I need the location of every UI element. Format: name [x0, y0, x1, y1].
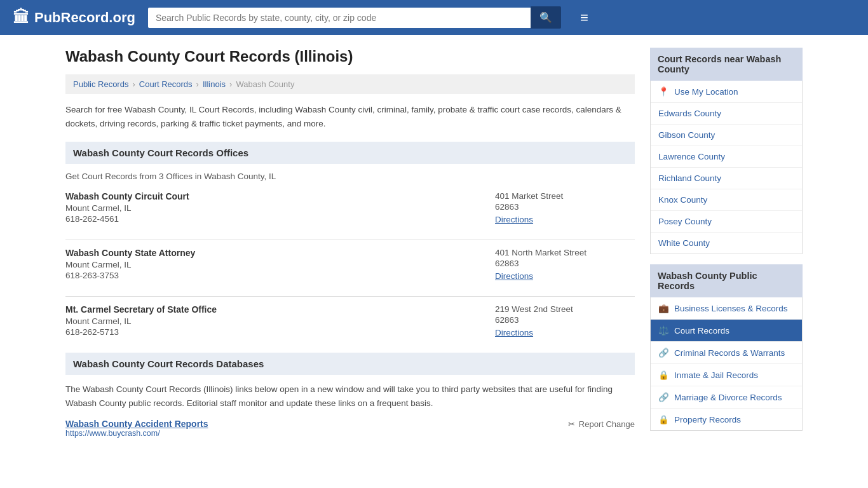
gibson-county-link[interactable]: Gibson County [658, 130, 715, 140]
menu-button[interactable]: ≡ [580, 10, 588, 26]
menu-icon: ≡ [580, 10, 588, 25]
marriage-icon: 🔗 [658, 392, 669, 402]
office-phone-1: 618-262-4561 [65, 214, 495, 224]
office-left-3: Mt. Carmel Secretary of State Office Mou… [65, 304, 495, 337]
breadcrumb-court-records[interactable]: Court Records [139, 79, 193, 89]
search-icon: 🔍 [539, 12, 552, 23]
office-phone-2: 618-263-3753 [65, 271, 495, 280]
sidebar-item-business[interactable]: 💼 Business Licenses & Records [651, 297, 802, 320]
office-entry-2: Wabash County State Attorney Mount Carme… [65, 248, 635, 281]
sidebar-item-property[interactable]: 🔒 Property Records [651, 409, 802, 430]
office-name-1: Wabash County Circuit Court [65, 191, 495, 201]
business-link[interactable]: Business Licenses & Records [674, 304, 788, 313]
offices-sub: Get Court Records from 3 Offices in Waba… [65, 172, 635, 181]
office-entry-1: Wabash County Circuit Court Mount Carmel… [65, 191, 635, 224]
breadcrumb: Public Records › Court Records › Illinoi… [65, 74, 635, 94]
office-city-3: Mount Carmel, IL [65, 316, 495, 326]
divider-1 [65, 240, 635, 240]
public-records-list: 💼 Business Licenses & Records ⚖️ Court R… [650, 297, 803, 431]
sidebar-item-criminal[interactable]: 🔗 Criminal Records & Warrants [651, 342, 802, 364]
search-bar: 🔍 [148, 6, 561, 29]
sidebar-item-court[interactable]: ⚖️ Court Records [651, 320, 802, 342]
divider-2 [65, 296, 635, 297]
db-link-1[interactable]: Wabash County Accident Reports [65, 419, 208, 429]
office-zip-3: 62863 [495, 315, 635, 325]
richland-county-link[interactable]: Richland County [658, 173, 721, 183]
breadcrumb-sep-3: › [229, 79, 232, 89]
db-entry-header-1: Wabash County Accident Reports ✂ Report … [65, 419, 635, 429]
main-container: Wabash County Court Records (Illinois) P… [53, 35, 815, 456]
property-icon: 🔒 [658, 414, 669, 424]
court-label: Court Records [674, 326, 729, 336]
white-county-link[interactable]: White County [658, 238, 710, 248]
search-input[interactable] [148, 8, 531, 28]
office-left-1: Wabash County Circuit Court Mount Carmel… [65, 191, 495, 224]
breadcrumb-sep-1: › [132, 79, 135, 89]
page-title: Wabash County Court Records (Illinois) [65, 48, 635, 65]
knox-county-link[interactable]: Knox County [658, 195, 707, 205]
property-link[interactable]: Property Records [674, 415, 741, 424]
office-name-3: Mt. Carmel Secretary of State Office [65, 304, 495, 315]
location-icon: 📍 [658, 86, 669, 97]
db-url-1: https://www.buycrash.com/ [65, 429, 635, 438]
sidebar-item-marriage[interactable]: 🔗 Marriage & Divorce Records [651, 386, 802, 409]
court-icon: ⚖️ [658, 325, 669, 336]
marriage-link[interactable]: Marriage & Divorce Records [674, 393, 782, 402]
sidebar-county-edwards[interactable]: Edwards County [651, 103, 802, 125]
office-zip-2: 62863 [495, 259, 635, 268]
header: 🏛 PubRecord.org 🔍 ≡ [0, 0, 868, 35]
nearby-list: 📍 Use My Location Edwards County Gibson … [650, 81, 803, 254]
nearby-section-header: Court Records near Wabash County [650, 48, 803, 81]
main-content: Wabash County Court Records (Illinois) P… [65, 48, 635, 443]
breadcrumb-sep-2: › [196, 79, 199, 89]
office-right-1: 401 Market Street 62863 Directions [495, 191, 635, 224]
office-right-2: 401 North Market Street 62863 Directions [495, 248, 635, 281]
page-description: Search for free Wabash County, IL Court … [65, 103, 635, 130]
sidebar-county-richland[interactable]: Richland County [651, 168, 802, 189]
sidebar-county-posey[interactable]: Posey County [651, 211, 802, 233]
report-change-label: Report Change [579, 419, 635, 429]
inmate-icon: 🔒 [658, 370, 669, 380]
directions-link-2[interactable]: Directions [495, 271, 533, 281]
breadcrumb-wabash: Wabash County [236, 79, 294, 89]
office-entry-3: Mt. Carmel Secretary of State Office Mou… [65, 304, 635, 337]
office-zip-1: 62863 [495, 202, 635, 212]
report-icon: ✂ [568, 419, 575, 429]
logo-icon: 🏛 [13, 8, 29, 27]
office-address-3: 219 West 2nd Street [495, 304, 635, 314]
directions-link-1[interactable]: Directions [495, 215, 533, 224]
public-records-section-header: Wabash County Public Records [650, 264, 803, 297]
sidebar-county-gibson[interactable]: Gibson County [651, 125, 802, 146]
office-phone-3: 618-262-5713 [65, 327, 495, 337]
office-left-2: Wabash County State Attorney Mount Carme… [65, 248, 495, 281]
edwards-county-link[interactable]: Edwards County [658, 109, 721, 118]
office-city-1: Mount Carmel, IL [65, 203, 495, 213]
business-icon: 💼 [658, 303, 669, 313]
office-address-1: 401 Market Street [495, 191, 635, 201]
breadcrumb-illinois[interactable]: Illinois [203, 79, 226, 89]
logo-text: PubRecord.org [34, 10, 135, 26]
sidebar-county-lawrence[interactable]: Lawrence County [651, 146, 802, 168]
databases-description: The Wabash County Court Records (Illinoi… [65, 383, 635, 410]
sidebar-county-white[interactable]: White County [651, 233, 802, 254]
databases-section-header: Wabash County Court Records Databases [65, 353, 635, 375]
breadcrumb-public-records[interactable]: Public Records [73, 79, 128, 89]
office-right-3: 219 West 2nd Street 62863 Directions [495, 304, 635, 337]
sidebar: Court Records near Wabash County 📍 Use M… [650, 48, 803, 443]
office-city-2: Mount Carmel, IL [65, 260, 495, 269]
lawrence-county-link[interactable]: Lawrence County [658, 152, 725, 161]
inmate-link[interactable]: Inmate & Jail Records [674, 370, 758, 380]
use-my-location[interactable]: 📍 Use My Location [651, 81, 802, 103]
office-name-2: Wabash County State Attorney [65, 248, 495, 258]
criminal-icon: 🔗 [658, 348, 669, 358]
offices-section-header: Wabash County Court Records Offices [65, 142, 635, 164]
criminal-link[interactable]: Criminal Records & Warrants [674, 348, 785, 358]
db-entry-1: Wabash County Accident Reports ✂ Report … [65, 419, 635, 438]
directions-link-3[interactable]: Directions [495, 328, 533, 337]
posey-county-link[interactable]: Posey County [658, 217, 712, 226]
search-button[interactable]: 🔍 [531, 6, 561, 29]
office-address-2: 401 North Market Street [495, 248, 635, 257]
report-change-btn-1[interactable]: ✂ Report Change [568, 419, 635, 429]
sidebar-item-inmate[interactable]: 🔒 Inmate & Jail Records [651, 364, 802, 386]
sidebar-county-knox[interactable]: Knox County [651, 189, 802, 211]
